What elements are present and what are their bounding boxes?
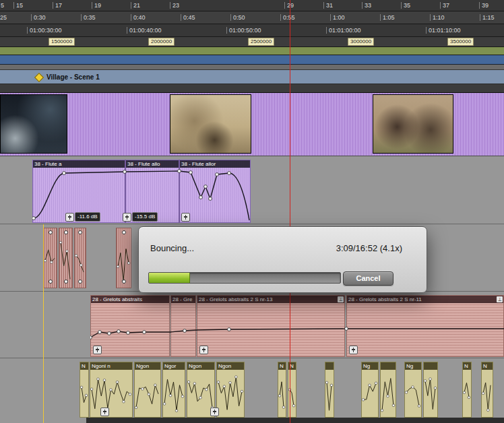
audio-clip-ngoni[interactable]: Ngon xyxy=(216,362,245,418)
audio-clip-perc[interactable] xyxy=(74,228,86,288)
samples-label: 2000000 xyxy=(148,38,175,46)
marker-label[interactable]: Village - Scene 1 xyxy=(46,73,100,81)
bars-label: 19 xyxy=(94,2,101,9)
timecode-label: 01:01:10:00 xyxy=(429,27,461,34)
timecode-label: 01:01:00:00 xyxy=(329,27,361,34)
audio-clip-perc[interactable] xyxy=(59,228,73,288)
clip-title: 38 - Flute a xyxy=(33,160,125,168)
timecode-label: 01:00:50:00 xyxy=(229,27,261,34)
clip-gain-badge: -15.5 dB xyxy=(132,212,158,222)
playhead xyxy=(290,0,290,423)
bars-label: 37 xyxy=(443,2,449,9)
audio-clip-ngoni[interactable]: N xyxy=(278,362,286,418)
clip-gain-icon[interactable] xyxy=(123,213,131,222)
samples-label: 2500000 xyxy=(248,38,274,46)
minsec-label: 1:00 xyxy=(333,14,345,21)
audio-clip-grelots[interactable]: 28 - Grelots abstraits 2 S nr-13 ⊥ xyxy=(197,295,345,357)
audio-clip-ngoni[interactable] xyxy=(380,362,396,418)
bars-label: 17 xyxy=(55,2,62,9)
progress-fill xyxy=(149,273,190,283)
clip-title: N xyxy=(463,362,471,370)
cancel-button[interactable]: Cancel xyxy=(343,271,393,286)
clip-gain-icon[interactable] xyxy=(349,346,358,354)
clip-gain-icon[interactable] xyxy=(210,408,219,416)
minsec-label: 0:55 xyxy=(283,14,295,21)
video-track[interactable] xyxy=(0,93,504,157)
clip-title: Ngoni n xyxy=(90,362,132,370)
samples-label: 1500000 xyxy=(49,38,75,46)
tempo-ruler[interactable] xyxy=(0,47,504,55)
audio-clip-ngoni[interactable]: Ngor xyxy=(162,362,185,418)
bars-label: 33 xyxy=(365,2,371,9)
clip-title: Ng xyxy=(405,362,421,370)
ruler-spacer xyxy=(0,65,504,70)
audio-clip-ngoni[interactable]: Ngon xyxy=(134,362,161,418)
video-thumbnail[interactable] xyxy=(373,94,453,154)
audio-clip-ngoni[interactable]: N xyxy=(462,362,472,418)
clip-title: N xyxy=(80,362,88,370)
bars-label: 5 xyxy=(1,2,4,9)
clip-gain-icon[interactable] xyxy=(65,213,74,222)
clip-title: 28 - Gre xyxy=(171,296,195,303)
clip-title: Ngor xyxy=(163,362,185,370)
audio-clip-ngoni[interactable]: N xyxy=(80,362,89,418)
clip-title xyxy=(424,362,437,370)
minsec-label: 0:50 xyxy=(233,14,245,21)
edit-window: 5 15 17 19 21 23 29 31 33 35 37 39 25 0:… xyxy=(0,0,504,423)
video-thumbnail[interactable] xyxy=(170,94,251,154)
dialog-progress-text: 3:09/16:52 (4.1x) xyxy=(336,243,402,253)
audio-clip-ngoni[interactable]: Ng xyxy=(361,362,379,418)
bars-label: 31 xyxy=(326,2,333,9)
audio-clip-grelots[interactable]: 28 - Gre xyxy=(170,295,196,357)
clip-title: 28 - Grelots abstraits xyxy=(91,296,169,303)
audio-clip-grelots[interactable]: 28 - Grelots abstraits 2 S nr-11 ⊥ xyxy=(346,295,504,357)
samples-ruler[interactable]: 1500000 2000000 2500000 3000000 3500000 xyxy=(0,37,504,47)
clip-title: 28 - Grelots abstraits 2 S nr-13 xyxy=(197,296,344,303)
clip-title xyxy=(381,362,396,370)
audio-clip-ngoni[interactable] xyxy=(423,362,438,418)
clip-title: N xyxy=(482,362,493,370)
minsec-label: 0:40 xyxy=(133,14,146,21)
clip-gain-icon[interactable] xyxy=(199,346,208,354)
marker-diamond-icon xyxy=(34,73,44,82)
audio-clip-perc[interactable] xyxy=(116,228,131,288)
audio-clip-ngoni[interactable]: Ngoni n xyxy=(90,362,133,418)
minsec-label: 1:05 xyxy=(383,14,395,21)
minsec-label: 25 xyxy=(0,14,7,21)
clip-title: Ngon xyxy=(135,362,160,370)
bars-ruler[interactable]: 5 15 17 19 21 23 29 31 33 35 37 39 xyxy=(0,0,504,11)
meter-ruler[interactable] xyxy=(0,55,504,65)
warp-indicator-icon: ⊥ xyxy=(497,296,503,302)
minsec-label: 0:45 xyxy=(183,14,195,21)
audio-clip-perc[interactable] xyxy=(43,228,57,288)
markers-ruler[interactable]: Village - Scene 1 xyxy=(0,70,504,84)
bars-label: 35 xyxy=(404,2,410,9)
bars-label: 15 xyxy=(16,2,23,9)
minsec-ruler[interactable]: 25 0:30 0:35 0:40 0:45 0:50 0:55 1:00 1:… xyxy=(0,11,504,24)
samples-label: 3000000 xyxy=(348,38,374,46)
audio-clip-ngoni[interactable]: N xyxy=(288,362,296,418)
clip-title: Ngon xyxy=(187,362,214,370)
minsec-label: 0:30 xyxy=(34,14,46,21)
audio-clip-ngoni[interactable] xyxy=(325,362,334,418)
bounce-dialog: Bouncing... 3:09/16:52 (4.1x) Cancel xyxy=(138,226,427,293)
clip-gain-badge: -11.6 dB xyxy=(75,212,100,222)
clip-title: Ngon xyxy=(217,362,244,370)
audio-clip-ngoni[interactable]: N xyxy=(481,362,493,418)
clip-gain-icon[interactable] xyxy=(100,408,109,416)
minsec-label: 1:15 xyxy=(482,14,495,21)
bars-label: 39 xyxy=(482,2,489,9)
edit-cursor xyxy=(43,224,44,423)
clip-title: 38 - Flute allo xyxy=(126,160,179,168)
timecode-label: 01:00:40:00 xyxy=(129,27,162,34)
clip-gain-icon[interactable] xyxy=(93,346,102,354)
timecode-ruler[interactable]: 01:00:30:00 01:00:40:00 01:00:50:00 01:0… xyxy=(0,24,504,37)
progress-bar xyxy=(148,272,341,284)
video-thumbnail[interactable] xyxy=(0,94,67,154)
clip-gain-icon[interactable] xyxy=(181,213,190,222)
samples-label: 3500000 xyxy=(447,38,474,46)
minsec-label: 1:10 xyxy=(433,14,445,21)
audio-clip-ngoni[interactable]: Ng xyxy=(404,362,422,418)
clip-title: 28 - Grelots abstraits 2 S nr-11 xyxy=(347,296,503,303)
audio-clip-grelots[interactable]: 28 - Grelots abstraits xyxy=(90,295,170,357)
